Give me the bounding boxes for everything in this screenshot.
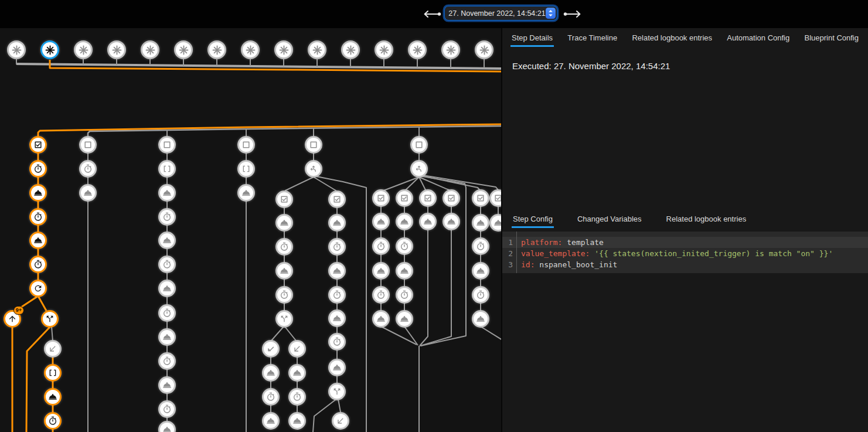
trace-node-asterisk[interactable] (308, 40, 326, 59)
trace-node-asterisk[interactable] (274, 40, 293, 59)
trace-node-bell[interactable] (275, 262, 293, 280)
trace-node-bell[interactable] (262, 364, 280, 382)
trace-node-checkbox-marked[interactable] (275, 191, 293, 208)
trace-node-bell[interactable] (29, 184, 47, 202)
trace-node-timer[interactable] (29, 160, 47, 178)
yaml-code-editor[interactable]: 1platform: template2value_template: '{{ … (502, 232, 868, 273)
trace-node-checkbox-marked[interactable] (472, 189, 489, 207)
trace-node-checkbox-marked[interactable] (328, 191, 346, 208)
trace-node-bell[interactable] (29, 232, 47, 249)
trace-node-timer[interactable] (288, 388, 306, 406)
trace-node-bell[interactable] (328, 262, 346, 280)
trace-node-bell[interactable] (472, 262, 489, 280)
trace-node-call-split[interactable] (275, 310, 293, 328)
trace-node-bell[interactable] (419, 213, 437, 230)
trace-node-bell[interactable] (158, 184, 176, 202)
trace-node-brackets[interactable] (158, 160, 176, 178)
trace-node-bell[interactable] (158, 280, 176, 297)
trace-node-asterisk[interactable] (107, 40, 126, 59)
trace-node-bell[interactable] (158, 328, 176, 346)
trace-node-asterisk[interactable] (74, 40, 93, 59)
trace-node-bell[interactable] (328, 359, 346, 376)
tab-related-logbook-entries-2[interactable]: Related logbook entries (665, 211, 748, 228)
trace-node-call-split[interactable] (328, 383, 346, 400)
trace-node-timer[interactable] (328, 286, 346, 304)
trace-node-asterisk[interactable] (241, 40, 260, 59)
trace-node-choose[interactable] (410, 160, 428, 178)
trace-node-choose[interactable] (305, 160, 322, 178)
trace-node-bell[interactable] (328, 309, 346, 327)
tab-related-logbook-entries[interactable]: Related logbook entries (631, 30, 713, 47)
trace-node-bell[interactable] (158, 376, 176, 394)
trace-node-call-split[interactable] (41, 310, 59, 328)
trace-node-checkbox-blank[interactable] (410, 136, 428, 154)
trace-node-checkbox-blank[interactable] (237, 136, 255, 154)
trace-node-bell[interactable] (396, 213, 413, 230)
trace-node-timer[interactable] (158, 256, 176, 273)
trace-node-bell[interactable] (288, 364, 306, 382)
previous-run-button[interactable] (420, 8, 443, 22)
trace-node-timer[interactable] (472, 237, 489, 255)
trace-node-bell[interactable] (79, 184, 97, 202)
trace-node-bell[interactable] (396, 310, 413, 328)
trace-node-bell[interactable] (158, 232, 176, 249)
trace-node-asterisk[interactable] (408, 40, 427, 59)
trace-node-timer[interactable] (158, 352, 176, 370)
trace-node-timer[interactable] (44, 412, 62, 430)
trace-node-bell[interactable] (44, 388, 62, 406)
trace-node-brackets[interactable] (237, 160, 255, 178)
trace-node-asterisk[interactable] (207, 40, 226, 59)
trace-node-bell[interactable] (237, 184, 255, 202)
tab-step-details[interactable]: Step Details (510, 30, 554, 47)
trace-node-bell[interactable] (396, 262, 413, 280)
trace-node-asterisk[interactable] (7, 40, 26, 59)
trace-node-checkbox-marked[interactable] (419, 189, 437, 207)
trace-node-bell[interactable] (372, 310, 390, 328)
trace-node-checkbox-blank[interactable] (158, 136, 176, 154)
trace-node-arrow-down-left[interactable] (288, 340, 306, 358)
trace-node-checkbox-blank[interactable] (79, 136, 97, 154)
trace-node-timer[interactable] (396, 237, 413, 255)
trace-node-bell[interactable] (275, 214, 293, 232)
trace-node-timer[interactable] (275, 286, 293, 304)
trace-node-asterisk[interactable] (341, 40, 360, 59)
trace-node-timer[interactable] (372, 286, 390, 304)
trace-node-bell[interactable] (442, 213, 460, 230)
trace-node-bell[interactable] (472, 310, 489, 328)
tab-blueprint-config[interactable]: Blueprint Config (803, 30, 860, 47)
next-run-button[interactable] (561, 8, 585, 22)
trace-node-bell[interactable] (262, 412, 280, 430)
tab-trace-timeline[interactable]: Trace Timeline (566, 30, 618, 47)
trace-node-timer[interactable] (29, 208, 47, 226)
trace-node-bell[interactable] (328, 214, 346, 232)
trace-node-timer[interactable] (396, 286, 413, 304)
tab-automation-config[interactable]: Automation Config (726, 30, 791, 47)
trace-node-asterisk[interactable] (40, 40, 59, 59)
trace-node-asterisk[interactable] (375, 40, 393, 59)
trace-node-timer[interactable] (158, 304, 176, 322)
trace-node-timer[interactable] (372, 237, 390, 255)
tab-changed-variables[interactable]: Changed Variables (576, 211, 643, 228)
trace-node-timer[interactable] (472, 286, 489, 304)
trace-node-asterisk[interactable] (174, 40, 193, 59)
trace-node-arrow-down-left[interactable] (44, 340, 62, 358)
trace-node-timer[interactable] (158, 208, 176, 226)
trace-node-brackets[interactable] (44, 364, 62, 382)
trace-node-checkbox-marked[interactable] (372, 189, 390, 207)
trace-node-bell[interactable] (372, 213, 390, 230)
trace-node-timer[interactable] (262, 388, 280, 406)
trace-node-timer[interactable] (158, 400, 176, 418)
trace-node-asterisk[interactable] (475, 40, 493, 59)
trace-node-timer[interactable] (29, 256, 47, 273)
tab-step-config[interactable]: Step Config (512, 211, 554, 228)
trace-node-checkbox-marked[interactable] (442, 189, 460, 207)
trace-node-bell[interactable] (472, 214, 489, 232)
trace-node-check-arrow[interactable] (262, 340, 280, 358)
trace-node-asterisk[interactable] (441, 40, 460, 59)
trace-node-checkbox-marked[interactable] (29, 136, 47, 154)
trace-node-arrow-down-left[interactable] (332, 412, 349, 430)
trace-node-timer[interactable] (328, 238, 346, 256)
trace-node-refresh[interactable] (29, 280, 47, 297)
trace-node-timer[interactable] (328, 333, 346, 351)
trace-node-arrow-up[interactable]: 9+ (4, 310, 21, 328)
